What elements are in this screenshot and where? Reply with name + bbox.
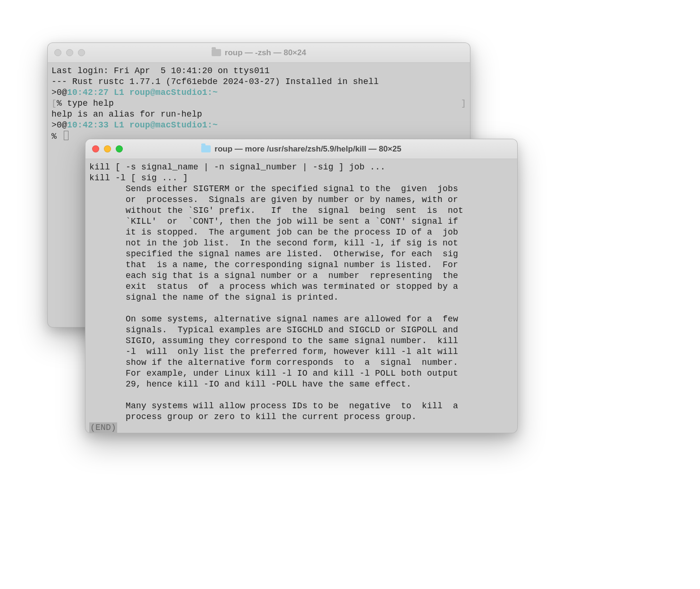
close-icon[interactable] [54,49,61,56]
line: Last login: Fri Apr 5 10:41:20 on ttys01… [51,66,270,76]
bracket: ] [461,98,466,109]
line: --- Rust rustc 1.77.1 (7cf61ebde 2024-03… [51,77,379,86]
traffic-lights-back [54,49,85,56]
titlebar-back[interactable]: roup — -zsh — 80×24 [48,43,470,63]
zoom-icon[interactable] [116,145,123,152]
command: % type help [57,99,114,108]
line: help is an alias for run-help [51,109,202,119]
prompt-time: 10:42:27 L1 roup@macStudio1:~ [67,88,218,97]
minimize-icon[interactable] [104,145,111,152]
zoom-icon[interactable] [78,49,85,56]
close-icon[interactable] [92,145,99,152]
end-marker: (END) [89,422,117,433]
traffic-lights-front [92,145,123,152]
window-title-text: roup — -zsh — 80×24 [225,48,306,58]
terminal-output-back[interactable]: Last login: Fri Apr 5 10:41:20 on ttys01… [48,63,470,145]
window-title-back: roup — -zsh — 80×24 [48,48,470,58]
prompt-time: 10:42:33 L1 roup@macStudio1:~ [67,120,218,130]
minimize-icon[interactable] [66,49,73,56]
titlebar-front[interactable]: roup — more /usr/share/zsh/5.9/help/kill… [85,139,517,159]
window-title-text: roup — more /usr/share/zsh/5.9/help/kill… [214,144,401,154]
terminal-window-front[interactable]: roup — more /usr/share/zsh/5.9/help/kill… [85,139,518,433]
terminal-output-front[interactable]: kill [ -s signal_name | -n signal_number… [85,159,517,433]
line: >0@ [51,120,67,130]
folder-icon [201,145,211,152]
window-title-front: roup — more /usr/share/zsh/5.9/help/kill… [85,144,517,154]
prompt: % [51,132,62,141]
man-page-body: kill [ -s signal_name | -n signal_number… [89,162,463,421]
bracket: [ [51,99,57,108]
cursor-icon [64,131,68,140]
line: >0@ [51,88,67,97]
folder-icon [212,49,221,56]
